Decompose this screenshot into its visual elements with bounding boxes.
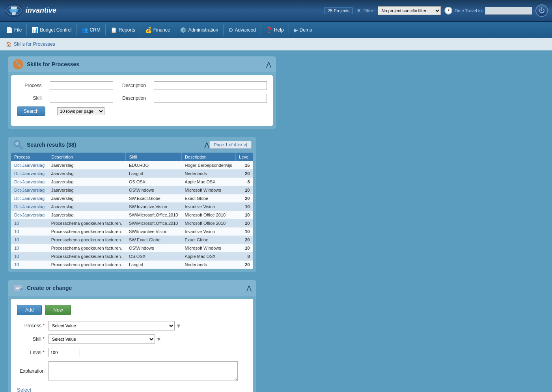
cell-skill: SW.Invantive.Vision: [126, 203, 182, 211]
table-row[interactable]: 10 Processchema goedkeuren facturen. SW\…: [11, 219, 253, 228]
cell-process: 10: [11, 261, 48, 269]
rows-per-page-dropdown[interactable]: 10 rows per page 25 rows per page 50 row…: [57, 107, 104, 115]
create-skill-select[interactable]: Select Value: [48, 334, 155, 344]
table-row[interactable]: Dct-Jaarverslag Jaarverslag OS.OSX Apple…: [11, 178, 253, 186]
table-row[interactable]: 10 Processchema goedkeuren facturen. SW\…: [11, 228, 253, 236]
project-filter-select[interactable]: No project specific filter: [378, 6, 441, 15]
skill-input[interactable]: [50, 94, 114, 103]
nav-item-help[interactable]: ❓ Help: [262, 22, 288, 38]
cell-description: Jaarverslag: [48, 194, 126, 203]
time-travel-input[interactable]: [485, 7, 532, 15]
search-button[interactable]: Search: [17, 106, 45, 116]
table-row[interactable]: Dct-Jaarverslag Jaarverslag SW.Exact.Glo…: [11, 194, 253, 203]
table-row[interactable]: Dct-Jaarverslag Jaarverslag SW.Invantive…: [11, 203, 253, 211]
cell-process: 10: [11, 236, 48, 244]
create-level-input[interactable]: [48, 348, 80, 357]
cell-level: 15: [236, 161, 253, 170]
process-description-input[interactable]: [154, 81, 267, 90]
process-link[interactable]: Dct-Jaarverslag: [14, 204, 45, 209]
level-required-marker: *: [43, 350, 45, 355]
action-buttons-row: Add New: [17, 305, 247, 315]
cell-description: Jaarverslag: [48, 211, 126, 219]
cell-skill: SW\Microsoft.Office.2010: [126, 219, 182, 228]
cell-description: Processchema goedkeuren facturen.: [48, 252, 126, 261]
table-row[interactable]: 10 Processchema goedkeuren facturen. OS\…: [11, 244, 253, 252]
create-form-body: Add New Process * Select Value ▼ Skill *: [11, 299, 253, 392]
add-button[interactable]: Add: [17, 305, 42, 315]
nav-divider-3: [105, 24, 106, 35]
results-table: Process Description Skill Description Le…: [11, 153, 253, 269]
table-row[interactable]: 10 Processchema goedkeuren facturen. OS.…: [11, 252, 253, 261]
cell-level: 20: [236, 236, 253, 244]
nav-item-administration[interactable]: ⚙️ Administration: [176, 22, 222, 38]
results-section-panel: Search results (38) ⋀ Page 1 of 4 >> >| …: [8, 137, 256, 272]
nav-item-advanced[interactable]: ⚙ Advanced: [224, 22, 260, 38]
process-link[interactable]: 10: [14, 237, 19, 242]
create-process-select[interactable]: Select Value: [48, 321, 175, 330]
process-link[interactable]: Dct-Jaarverslag: [14, 213, 45, 217]
cell-skill-desc: Microsoft Office 2010: [181, 219, 235, 228]
nav-item-reports[interactable]: 📋 Reports: [106, 22, 139, 38]
cell-description: Jaarverslag: [48, 178, 126, 186]
nav-divider-7: [261, 24, 261, 35]
cell-skill-desc: Invantive Vision: [181, 203, 235, 211]
table-row[interactable]: Dct-Jaarverslag Jaarverslag OS\Windows M…: [11, 186, 253, 194]
time-travel-section: 🕐 Time Travel to:: [444, 6, 532, 15]
process-link[interactable]: Dct-Jaarverslag: [14, 196, 45, 201]
cell-process: 10: [11, 228, 48, 236]
create-explanation-textarea[interactable]: [48, 361, 238, 381]
process-link[interactable]: Dct-Jaarverslag: [14, 171, 45, 176]
filter-icon: ▼: [356, 7, 362, 14]
create-section-header: Create or change ⋀: [8, 280, 256, 296]
results-collapse-button[interactable]: ⋀: [204, 141, 209, 149]
table-row[interactable]: Dct-Jaarverslag Jaarverslag EDU.HBO Hoge…: [11, 161, 253, 170]
cell-description: Jaarverslag: [48, 203, 126, 211]
process-link[interactable]: 10: [14, 246, 19, 250]
skill-label: Skill: [17, 95, 42, 101]
create-collapse-button[interactable]: ⋀: [246, 284, 252, 292]
process-link[interactable]: 10: [14, 221, 19, 226]
process-label: Process: [17, 83, 42, 88]
nav-item-demo[interactable]: ▶ Demo: [290, 22, 316, 38]
home-icon[interactable]: 🏠: [6, 41, 12, 47]
process-link[interactable]: Dct-Jaarverslag: [14, 163, 45, 168]
search-form-body: Process Description Skill Description Se…: [11, 75, 273, 126]
nav-admin-label: Administration: [188, 27, 218, 33]
process-link[interactable]: Dct-Jaarverslag: [14, 179, 45, 184]
process-input[interactable]: [50, 81, 114, 90]
search-collapse-button[interactable]: ⋀: [266, 61, 271, 68]
process-row: Process Description: [17, 81, 267, 90]
table-header-row: Process Description Skill Description Le…: [11, 153, 253, 161]
nav-item-file[interactable]: 📄 File: [2, 22, 26, 38]
results-table-container: Process Description Skill Description Le…: [11, 153, 253, 269]
nav-item-finance[interactable]: 💰 Finance: [141, 22, 174, 38]
process-link[interactable]: 10: [14, 229, 19, 234]
pagination-control[interactable]: Page 1 of 4 >> >|: [209, 141, 252, 149]
nav-budget-label: Budget Control: [40, 27, 71, 33]
top-bar: invantive 25 Projects ▼ Filter : No proj…: [0, 0, 552, 22]
cell-skill-desc: Apple Mac OSX: [181, 178, 235, 186]
table-row[interactable]: 10 Processchema goedkeuren facturen. Lan…: [11, 261, 253, 269]
cell-process: 10: [11, 219, 48, 228]
process-link[interactable]: 10: [14, 254, 19, 259]
nav-divider-5: [175, 24, 175, 35]
nav-item-budget-control[interactable]: 📊 Budget Control: [28, 22, 75, 38]
skill-description-input[interactable]: [154, 94, 267, 103]
nav-item-crm[interactable]: 👥 CRM: [77, 22, 104, 38]
col-process: Process: [11, 153, 48, 161]
cell-description: Jaarverslag: [48, 186, 126, 194]
new-button[interactable]: New: [45, 305, 71, 315]
process-link[interactable]: Dct-Jaarverslag: [14, 188, 45, 192]
table-row[interactable]: Dct-Jaarverslag Jaarverslag SW\Microsoft…: [11, 211, 253, 219]
process-desc-label: Description: [121, 83, 146, 88]
cell-skill: OS\Windows: [126, 244, 182, 252]
table-row[interactable]: 10 Processchema goedkeuren facturen. SW.…: [11, 236, 253, 244]
search-section-title: Skills for Processes: [27, 61, 79, 67]
nav-finance-label: Finance: [153, 27, 170, 33]
cell-skill-desc: Exact Globe: [181, 236, 235, 244]
power-button[interactable]: ⏻: [535, 4, 548, 17]
process-link[interactable]: 10: [14, 262, 19, 267]
create-process-label: Process *: [17, 323, 48, 329]
create-section-panel: Create or change ⋀ Add New Process * Sel…: [8, 280, 256, 392]
table-row[interactable]: Dct-Jaarverslag Jaarverslag Lang.nl Nede…: [11, 170, 253, 178]
